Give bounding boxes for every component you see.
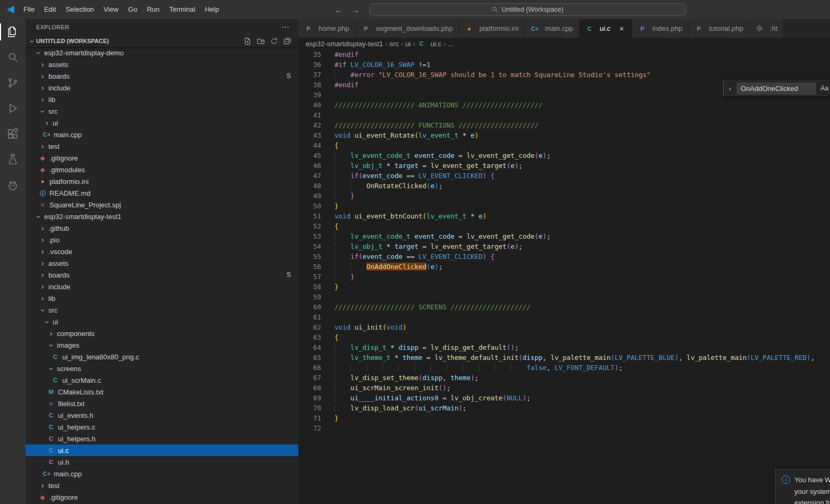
activity-run-debug-icon[interactable]: [0, 96, 26, 121]
find-toggle-replace-chevron-icon[interactable]: ›: [726, 85, 734, 93]
code-line-61[interactable]: 61: [298, 312, 830, 322]
tree-item-lib[interactable]: ›lib: [26, 94, 298, 105]
tree-item-.gitignore[interactable]: ◆.gitignore: [26, 152, 298, 164]
breadcrumb-item-...[interactable]: ...: [448, 40, 454, 48]
code-line-65[interactable]: 65 lv_theme_t * theme = lv_theme_default…: [298, 352, 830, 363]
forward-arrow-icon[interactable]: →: [351, 5, 359, 14]
back-arrow-icon[interactable]: ←: [335, 5, 343, 14]
new-folder-icon[interactable]: [256, 36, 265, 46]
code-line-44[interactable]: 44{: [298, 140, 830, 150]
code-line-47[interactable]: 47 if(event_code == LV_EVENT_CLICKED) {: [298, 171, 830, 181]
code-line-42[interactable]: 42//////////////////// FUNCTIONS ///////…: [298, 120, 830, 130]
tree-item-assets[interactable]: ›assets: [26, 257, 298, 269]
code-line-71[interactable]: 71}: [298, 413, 830, 423]
tree-item-.pio[interactable]: ›.pio: [26, 234, 298, 246]
tree-item-esp32-smartdisplay-demo[interactable]: ›esp32-smartdisplay-demo: [26, 47, 298, 58]
tab-platformio.ini[interactable]: ●platformio.ini: [459, 19, 525, 38]
breadcrumb-item-src[interactable]: src: [390, 40, 399, 48]
tree-item-include[interactable]: ›include: [26, 281, 298, 292]
code-line-51[interactable]: 51void ui_event_btnCount(lv_event_t * e): [298, 211, 830, 221]
activity-search-icon[interactable]: [0, 45, 26, 70]
tree-item-esp32-smartdisplay-test1[interactable]: ›esp32-smartdisplay-test1: [26, 211, 298, 222]
close-icon[interactable]: ×: [617, 24, 626, 33]
tree-item-components[interactable]: ›components: [26, 327, 298, 339]
code-line-46[interactable]: 46 lv_obj_t * target = lv_event_get_targ…: [298, 161, 830, 171]
code-line-69[interactable]: 69 ui____initial_actions0 = lv_obj_creat…: [298, 393, 830, 403]
tree-item-.gitignore[interactable]: ◆.gitignore: [26, 491, 298, 503]
code-line-50[interactable]: 50}: [298, 201, 830, 211]
tab-.ht[interactable]: .ht: [750, 19, 784, 38]
code-line-54[interactable]: 54 lv_obj_t * target = lv_event_get_targ…: [298, 241, 830, 251]
tree-item-.gitmodules[interactable]: ◆.gitmodules: [26, 164, 298, 175]
code-line-41[interactable]: 41: [298, 110, 830, 120]
activity-source-control-icon[interactable]: [0, 70, 26, 96]
tab-main.cpp[interactable]: C+main.cpp: [525, 19, 580, 38]
code-line-67[interactable]: 67 lv_disp_set_theme(dispp, theme);: [298, 373, 830, 383]
activity-extensions-icon[interactable]: [0, 121, 26, 147]
collapse-all-icon[interactable]: [282, 36, 292, 46]
tree-item-ui[interactable]: ›ui: [26, 117, 298, 129]
code-line-68[interactable]: 68 ui_scrMain_screen_init();: [298, 383, 830, 393]
code-line-55[interactable]: 55 if(event_code == LV_EVENT_CLICKED) {: [298, 251, 830, 262]
code-line-66[interactable]: 66 false, LV_FONT_DEFAULT);: [298, 363, 830, 373]
tree-item-ui[interactable]: ›ui: [26, 316, 298, 327]
notification-toast[interactable]: i You have Wiyour system.extension fr: [775, 469, 830, 504]
tab-home.php[interactable]: Phome.php: [298, 19, 356, 38]
tree-item-include[interactable]: ›include: [26, 82, 298, 94]
tab-ui.c[interactable]: Cui.c×: [580, 19, 632, 38]
tree-item-ui.h[interactable]: Cui.h: [26, 456, 298, 468]
tree-item-ui.c[interactable]: Cui.c: [26, 444, 298, 456]
tree-item-ui_events.h[interactable]: Cui_events.h: [26, 409, 298, 421]
tree-item-filelist.txt[interactable]: ≡filelist.txt: [26, 398, 298, 409]
command-center-search[interactable]: Untitled (Workspace): [370, 3, 686, 16]
menu-terminal[interactable]: Terminal: [164, 0, 200, 19]
tree-item-ui_img_lena80x80_png.c[interactable]: Cui_img_lena80x80_png.c: [26, 351, 298, 363]
code-line-70[interactable]: 70 lv_disp_load_scr(ui_scrMain);: [298, 403, 830, 413]
menu-go[interactable]: Go: [123, 0, 142, 19]
menu-help[interactable]: Help: [200, 0, 224, 19]
code-line-48[interactable]: 48 OnRotateClicked(e);: [298, 181, 830, 191]
tree-item-ui_scrMain.c[interactable]: Cui_scrMain.c: [26, 374, 298, 386]
code-line-57[interactable]: 57 }: [298, 272, 830, 282]
match-case-button[interactable]: Aa: [819, 83, 830, 94]
code-line-64[interactable]: 64 lv_disp_t * dispp = lv_disp_get_defau…: [298, 342, 830, 352]
tree-item-ui_helpers.c[interactable]: Cui_helpers.c: [26, 421, 298, 433]
tab-index.php[interactable]: Pindex.php: [632, 19, 689, 38]
activity-platformio-icon[interactable]: [0, 172, 26, 198]
tab-tutorial.php[interactable]: Ptutorial.php: [689, 19, 749, 38]
views-more-actions-icon[interactable]: ⋯: [281, 22, 290, 32]
tree-item-platformio.ini[interactable]: ●platformio.ini: [26, 175, 298, 187]
tree-item-CMakeLists.txt[interactable]: MCMakeLists.txt: [26, 386, 298, 398]
code-line-40[interactable]: 40//////////////////// ANIMATIONS //////…: [298, 100, 830, 110]
code-line-36[interactable]: 36#if LV_COLOR_16_SWAP !=1: [298, 60, 830, 70]
tree-item-test[interactable]: ›test: [26, 140, 298, 152]
tree-item-main.cpp[interactable]: C+main.cpp: [26, 468, 298, 480]
menu-file[interactable]: File: [19, 0, 39, 19]
refresh-icon[interactable]: [269, 36, 279, 46]
tree-item-README.md[interactable]: iREADME.md: [26, 187, 298, 199]
code-line-60[interactable]: 60//////////////////// SCREENS /////////…: [298, 302, 830, 312]
tree-item-images[interactable]: ›images: [26, 339, 298, 351]
code-line-63[interactable]: 63{: [298, 332, 830, 342]
breadcrumb-item-ui[interactable]: ui: [405, 40, 410, 48]
code-line-37[interactable]: 37 #error "LV_COLOR_16_SWAP should be 1 …: [298, 70, 830, 80]
tree-item-boards[interactable]: ›boardsS: [26, 70, 298, 82]
tree-item-lib[interactable]: ›lib: [26, 292, 298, 304]
code-line-58[interactable]: 58}: [298, 282, 830, 292]
code-line-62[interactable]: 62void ui_init(void): [298, 322, 830, 332]
tree-item-screens[interactable]: ›screens: [26, 363, 298, 374]
tree-item-assets[interactable]: ›assets: [26, 58, 298, 70]
find-input[interactable]: OnAddOneClicked: [736, 82, 816, 95]
tree-item-src[interactable]: ›src: [26, 105, 298, 117]
code-line-52[interactable]: 52{: [298, 221, 830, 231]
tree-item-boards[interactable]: ›boardsS: [26, 269, 298, 281]
breadcrumb-item-ui.c[interactable]: Cui.c: [417, 39, 441, 48]
menu-view[interactable]: View: [99, 0, 123, 19]
breadcrumb-item-esp32-smartdisplay-test1[interactable]: esp32-smartdisplay-test1: [306, 40, 383, 48]
tree-item-.github[interactable]: ›.github: [26, 222, 298, 234]
activity-testing-icon[interactable]: [0, 147, 26, 172]
code-line-56[interactable]: 56 OnAddOneClicked(e);: [298, 262, 830, 272]
menu-edit[interactable]: Edit: [39, 0, 61, 19]
activity-explorer-icon[interactable]: [0, 19, 26, 45]
tree-item-test[interactable]: ›test: [26, 480, 298, 491]
